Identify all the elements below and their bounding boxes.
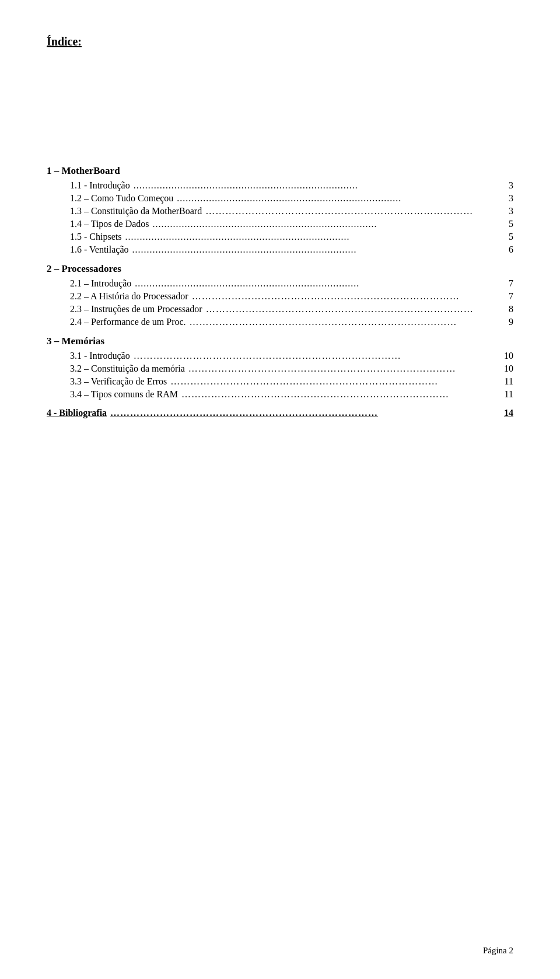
entry-1-5-label: 1.5 - Chipsets bbox=[70, 232, 121, 242]
entry-2-1-page: 7 bbox=[502, 278, 513, 289]
toc-entry-1-4: 1.4 – Tipos de Dados ...................… bbox=[47, 219, 513, 229]
entry-2-2-dots: ……………………………………………………………………… bbox=[192, 291, 498, 302]
entry-1-5-dots: ........................................… bbox=[125, 232, 498, 242]
entry-3-3-label: 3.3 – Verificação de Erros bbox=[70, 376, 167, 387]
toc-entry-1-2: 1.2 – Como Tudo Começou ................… bbox=[47, 193, 513, 204]
entry-1-3-page: 3 bbox=[502, 206, 513, 216]
entry-3-2-page: 10 bbox=[502, 363, 513, 374]
entry-2-3-page: 8 bbox=[502, 304, 513, 314]
entry-2-2-page: 7 bbox=[502, 291, 513, 302]
section-4-label: 4 - Bibliografia bbox=[47, 408, 107, 418]
toc-entry-3-1: 3.1 - Introdução ……………………………………………………………… bbox=[47, 351, 513, 361]
entry-1-6-dots: ........................................… bbox=[132, 244, 498, 255]
toc-section-1-heading: 1 – MotherBoard bbox=[47, 165, 513, 177]
entry-1-5-page: 5 bbox=[502, 232, 513, 242]
page-title: Índice: bbox=[47, 35, 513, 48]
toc-entry-3-3: 3.3 – Verificação de Erros …………………………………… bbox=[47, 376, 513, 387]
entry-2-4-page: 9 bbox=[502, 317, 513, 327]
toc-entry-2-4: 2.4 – Performance de um Proc. …………………………… bbox=[47, 317, 513, 327]
toc-entry-2-2: 2.2 – A História do Processador ……………………… bbox=[47, 291, 513, 302]
entry-1-1-dots: ........................................… bbox=[134, 180, 498, 191]
entry-1-2-label: 1.2 – Como Tudo Começou bbox=[70, 193, 173, 204]
section-4-dots: ……………………………………………………………………… bbox=[110, 408, 498, 418]
entry-2-3-dots: ……………………………………………………………………… bbox=[206, 304, 498, 314]
toc-entry-1-5: 1.5 - Chipsets .........................… bbox=[47, 232, 513, 242]
toc-entry-1-3: 1.3 – Constituição da MotherBoard ………………… bbox=[47, 206, 513, 216]
entry-2-4-label: 2.4 – Performance de um Proc. bbox=[70, 317, 186, 327]
entry-3-1-dots: ……………………………………………………………………… bbox=[134, 351, 498, 361]
entry-3-2-label: 3.2 – Constituição da memória bbox=[70, 363, 185, 374]
entry-3-2-dots: ……………………………………………………………………… bbox=[188, 363, 498, 374]
section-3-label: 3 – Memórias bbox=[47, 335, 104, 347]
toc-entry-2-3: 2.3 – Instruções de um Processador ……………… bbox=[47, 304, 513, 314]
entry-2-2-label: 2.2 – A História do Processador bbox=[70, 291, 188, 302]
entry-1-2-dots: ........................................… bbox=[177, 193, 498, 204]
toc-entry-3-4: 3.4 – Tipos comuns de RAM ……………………………………… bbox=[47, 389, 513, 400]
entry-3-4-page: 11 bbox=[502, 389, 513, 400]
entry-3-1-label: 3.1 - Introdução bbox=[70, 351, 130, 361]
toc-section-2-heading: 2 – Processadores bbox=[47, 263, 513, 275]
entry-2-3-label: 2.3 – Instruções de um Processador bbox=[70, 304, 202, 314]
entry-2-1-label: 2.1 – Introdução bbox=[70, 278, 131, 289]
entry-3-4-label: 3.4 – Tipos comuns de RAM bbox=[70, 389, 178, 400]
entry-3-3-dots: ……………………………………………………………………… bbox=[170, 376, 498, 387]
toc-entry-1-6: 1.6 - Ventilação .......................… bbox=[47, 244, 513, 255]
entry-1-3-dots: ……………………………………………………………………… bbox=[205, 206, 498, 216]
entry-1-4-page: 5 bbox=[502, 219, 513, 229]
entry-1-4-dots: ........................................… bbox=[153, 219, 498, 229]
entry-1-1-label: 1.1 - Introdução bbox=[70, 180, 130, 191]
entry-3-4-dots: ……………………………………………………………………… bbox=[181, 389, 498, 400]
entry-3-1-page: 10 bbox=[502, 351, 513, 361]
entry-1-1-page: 3 bbox=[502, 180, 513, 191]
entry-1-4-label: 1.4 – Tipos de Dados bbox=[70, 219, 149, 229]
entry-1-6-label: 1.6 - Ventilação bbox=[70, 244, 129, 255]
toc-container: 1 – MotherBoard 1.1 - Introdução .......… bbox=[47, 165, 513, 418]
page: Índice: 1 – MotherBoard 1.1 - Introdução… bbox=[0, 0, 560, 979]
toc-entry-3-2: 3.2 – Constituição da memória …………………………… bbox=[47, 363, 513, 374]
entry-2-1-dots: ........................................… bbox=[135, 278, 498, 289]
toc-entry-section-4: 4 - Bibliografia ……………………………………………………………… bbox=[47, 408, 513, 418]
entry-3-3-page: 11 bbox=[502, 376, 513, 387]
entry-2-4-dots: ……………………………………………………………………… bbox=[190, 317, 498, 327]
section-4-page: 14 bbox=[502, 408, 513, 418]
section-2-label: 2 – Processadores bbox=[47, 263, 121, 274]
toc-entry-1-1: 1.1 - Introdução .......................… bbox=[47, 180, 513, 191]
section-1-label: 1 – MotherBoard bbox=[47, 165, 120, 176]
entry-1-3-label: 1.3 – Constituição da MotherBoard bbox=[70, 206, 202, 216]
entry-1-6-page: 6 bbox=[502, 244, 513, 255]
toc-section-3-heading: 3 – Memórias bbox=[47, 335, 513, 347]
toc-entry-2-1: 2.1 – Introdução .......................… bbox=[47, 278, 513, 289]
page-footer: Página 2 bbox=[483, 946, 513, 956]
entry-1-2-page: 3 bbox=[502, 193, 513, 204]
